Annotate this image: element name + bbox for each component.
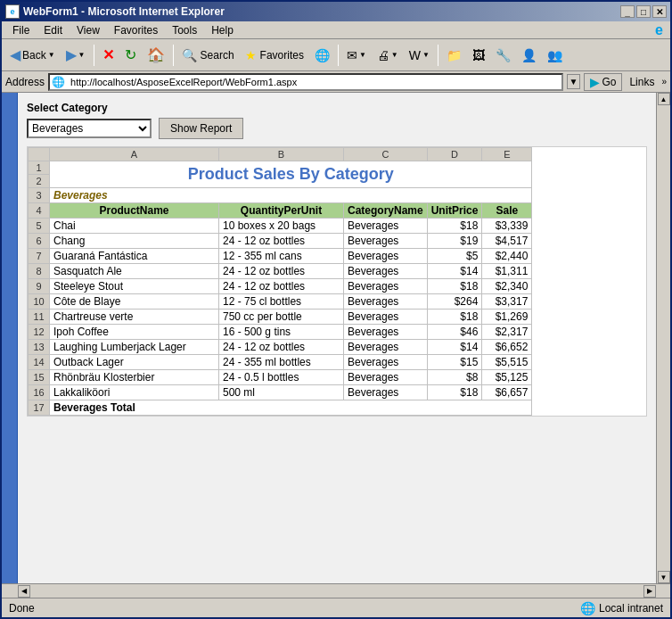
report-title: Product Sales By Category: [50, 161, 532, 188]
extra-btn-1[interactable]: 📁: [442, 43, 466, 68]
toolbar-separator-1: [94, 45, 94, 66]
cell-price-4: $18: [427, 279, 482, 294]
back-label: Back: [22, 49, 46, 62]
cell-sale-8: $6,652: [482, 340, 532, 355]
links-chevron-icon[interactable]: »: [661, 77, 667, 87]
cell-price-9: $15: [427, 355, 482, 370]
table-row: 12 Ipoh Coffee 16 - 500 g tins Beverages…: [29, 325, 532, 340]
cell-cat-5: Beverages: [344, 294, 428, 310]
extra-btn-5[interactable]: 👥: [543, 43, 567, 68]
forward-dropdown-icon: ▼: [78, 51, 86, 59]
table-row: 9 Steeleye Stout 24 - 12 oz bottles Beve…: [29, 279, 532, 294]
address-label: Address: [5, 76, 45, 88]
search-button[interactable]: 🔍 Search: [177, 43, 239, 68]
cell-product-4: Steeleye Stout: [50, 279, 219, 294]
media-button[interactable]: 🌐: [310, 43, 334, 68]
print-icon: 🖨: [377, 48, 389, 62]
cell-cat-3: Beverages: [344, 264, 428, 279]
refresh-button[interactable]: ↻: [120, 43, 141, 68]
form-section: Select Category Beverages Condiments Con…: [27, 102, 647, 139]
print-button[interactable]: 🖨 ▼: [373, 43, 403, 68]
scroll-left-button[interactable]: ◀: [18, 585, 30, 598]
form-row: Beverages Condiments Confections Dairy P…: [27, 118, 647, 139]
address-dropdown-icon[interactable]: ▼: [567, 74, 581, 89]
row-num-6: 6: [29, 234, 50, 249]
menu-file[interactable]: File: [5, 22, 37, 38]
cell-price-3: $14: [427, 264, 482, 279]
mail-button[interactable]: ✉ ▼: [342, 43, 371, 68]
cell-product-11: Lakkaliköori: [50, 385, 219, 400]
scroll-up-button[interactable]: ▲: [658, 93, 670, 105]
cell-cat-10: Beverages: [344, 370, 428, 385]
header-price: UnitPrice: [427, 203, 482, 219]
menu-tools[interactable]: Tools: [165, 22, 204, 38]
status-right: 🌐 Local intranet: [580, 601, 663, 615]
row-num-13: 13: [29, 340, 50, 355]
horizontal-scrollbar[interactable]: ◀ ▶: [2, 583, 670, 598]
cell-qty-11: 500 ml: [219, 385, 344, 400]
links-button[interactable]: Links: [626, 76, 658, 88]
cell-cat-7: Beverages: [344, 325, 428, 340]
row-num-7: 7: [29, 249, 50, 264]
cell-price-1: $19: [427, 234, 482, 249]
cell-price-10: $8: [427, 370, 482, 385]
row-num-8: 8: [29, 264, 50, 279]
favorites-button[interactable]: ★ Favorites: [241, 43, 308, 68]
total-label: Beverages Total: [50, 400, 532, 416]
corner-header: [29, 148, 50, 161]
maximize-button[interactable]: □: [636, 5, 651, 18]
menu-edit[interactable]: Edit: [37, 22, 70, 38]
menu-favorites[interactable]: Favorites: [107, 22, 165, 38]
back-button[interactable]: ◀ Back ▼: [5, 43, 60, 68]
cell-sale-2: $2,440: [482, 249, 532, 264]
cell-cat-0: Beverages: [344, 219, 428, 234]
title-bar: e WebForm1 - Microsoft Internet Explorer…: [2, 2, 670, 21]
cell-qty-7: 16 - 500 g tins: [219, 325, 344, 340]
edit-dropdown-icon: ▼: [422, 51, 430, 59]
home-button[interactable]: 🏠: [143, 43, 169, 68]
total-row: 17 Beverages Total: [29, 400, 532, 416]
stop-button[interactable]: ✕: [98, 43, 119, 68]
extra-btn-2[interactable]: 🖼: [468, 43, 489, 68]
scroll-down-button[interactable]: ▼: [658, 571, 670, 583]
show-report-button[interactable]: Show Report: [159, 118, 243, 139]
cell-product-1: Chang: [50, 234, 219, 249]
cell-sale-9: $5,515: [482, 355, 532, 370]
form-label: Select Category: [27, 102, 647, 114]
title-row-1: 1 Product Sales By Category: [29, 161, 532, 175]
minimize-button[interactable]: _: [620, 5, 635, 18]
vertical-scrollbar[interactable]: ▲ ▼: [656, 93, 670, 583]
cell-price-2: $5: [427, 249, 482, 264]
table-row: 7 Guaraná Fantástica 12 - 355 ml cans Be…: [29, 249, 532, 264]
close-button[interactable]: ✕: [652, 5, 667, 18]
ie-window: e WebForm1 - Microsoft Internet Explorer…: [0, 0, 672, 619]
address-input[interactable]: [67, 75, 559, 89]
window-title: WebForm1 - Microsoft Internet Explorer: [23, 5, 225, 18]
cell-qty-5: 12 - 75 cl bottles: [219, 294, 344, 310]
content-area: Select Category Beverages Condiments Con…: [2, 93, 670, 598]
table-row: 8 Sasquatch Ale 24 - 12 oz bottles Bever…: [29, 264, 532, 279]
go-label: Go: [602, 76, 616, 88]
go-button[interactable]: ▶ Go: [584, 73, 622, 91]
extra-btn-4[interactable]: 👤: [517, 43, 541, 68]
category-dropdown[interactable]: Beverages Condiments Confections Dairy P…: [27, 119, 152, 138]
header-sale: Sale: [482, 203, 532, 219]
stop-icon: ✕: [102, 46, 114, 63]
forward-button[interactable]: ▶ ▼: [61, 43, 90, 68]
menu-help[interactable]: Help: [204, 22, 241, 38]
row-num-10: 10: [29, 294, 50, 310]
cell-qty-6: 750 cc per bottle: [219, 310, 344, 325]
scroll-right-button[interactable]: ▶: [643, 585, 656, 598]
row-num-14: 14: [29, 355, 50, 370]
edit-button[interactable]: W ▼: [405, 43, 434, 68]
cell-cat-1: Beverages: [344, 234, 428, 249]
back-arrow-icon: ◀: [10, 46, 20, 63]
cell-product-2: Guaraná Fantástica: [50, 249, 219, 264]
menu-view[interactable]: View: [70, 22, 107, 38]
toolbar-separator-2: [173, 45, 174, 66]
cell-sale-0: $3,339: [482, 219, 532, 234]
extra-btn-3[interactable]: 🔧: [491, 43, 515, 68]
search-label: Search: [201, 49, 234, 62]
cell-price-7: $46: [427, 325, 482, 340]
cell-cat-9: Beverages: [344, 355, 428, 370]
